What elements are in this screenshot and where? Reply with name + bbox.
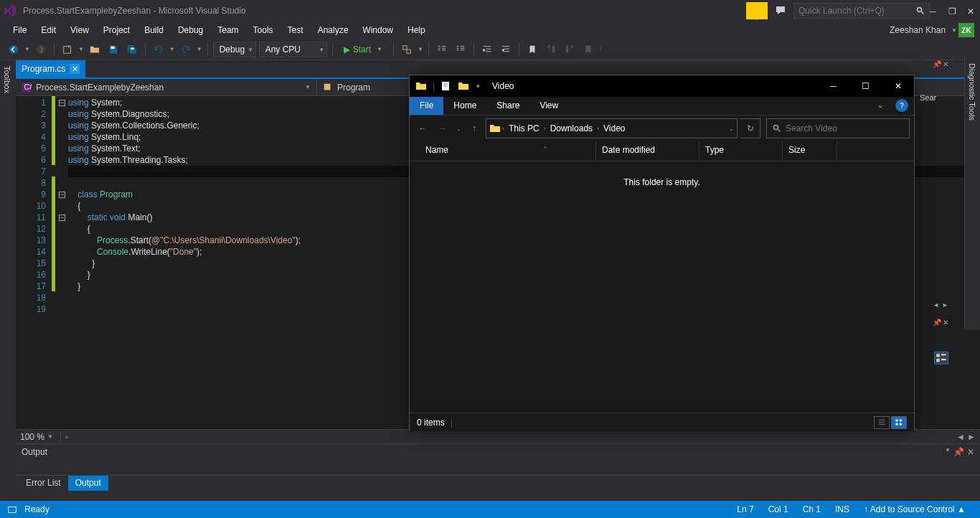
maximize-button[interactable]: ❐: [948, 6, 957, 15]
outdent-button[interactable]: [498, 42, 514, 57]
user-badge[interactable]: ZK: [958, 23, 974, 37]
undo-button[interactable]: [151, 42, 166, 57]
ribbon-tab-file[interactable]: File: [410, 97, 443, 115]
details-view-button[interactable]: [874, 416, 890, 429]
chevron-right-icon[interactable]: ›: [502, 125, 504, 132]
crumb-video[interactable]: Video: [600, 122, 628, 135]
explorer-minimize-button[interactable]: ─: [817, 75, 849, 97]
col-date[interactable]: Date modified: [596, 141, 699, 161]
configuration-dropdown[interactable]: Debug: [213, 42, 256, 57]
tab-error-list[interactable]: Error List: [19, 476, 68, 491]
undo-dropdown-icon[interactable]: ▼: [169, 46, 175, 52]
user-dropdown-icon[interactable]: ▼: [951, 27, 957, 34]
properties-icon[interactable]: [440, 80, 452, 92]
back-dropdown-icon[interactable]: ▼: [24, 46, 30, 52]
menu-tools[interactable]: Tools: [246, 23, 281, 37]
panel-pin-icon[interactable]: 📌: [953, 447, 964, 457]
menu-view[interactable]: View: [63, 23, 96, 37]
save-button[interactable]: [105, 42, 121, 57]
scroll-right-icon[interactable]: ►: [942, 301, 948, 309]
toolbar-overflow-icon[interactable]: ⸽: [599, 46, 602, 52]
ribbon-tab-view[interactable]: View: [529, 97, 568, 115]
right-panel2-pin-icon[interactable]: 📌: [933, 319, 941, 326]
col-name[interactable]: Name^: [420, 141, 596, 161]
menu-edit[interactable]: Edit: [34, 23, 63, 37]
source-control-button[interactable]: ↑ Add to Source Control ▲: [857, 504, 973, 514]
user-name[interactable]: Zeeshan Khan: [885, 24, 950, 37]
bookmark-button[interactable]: [524, 42, 540, 57]
feedback-icon[interactable]: [775, 5, 786, 17]
refresh-button[interactable]: ↻: [740, 118, 760, 138]
menu-analyze[interactable]: Analyze: [311, 23, 356, 37]
col-type[interactable]: Type: [699, 141, 783, 161]
col-size[interactable]: Size: [783, 141, 837, 161]
next-bookmark-button[interactable]: [562, 42, 578, 57]
notification-flag-icon[interactable]: [746, 2, 768, 19]
nav-history-dropdown-icon[interactable]: ⌄: [454, 120, 463, 137]
panel-dropdown-icon[interactable]: ▼: [945, 447, 951, 457]
menu-window[interactable]: Window: [355, 23, 400, 37]
properties-button[interactable]: [934, 352, 948, 364]
crumb-downloads[interactable]: Downloads: [547, 122, 595, 135]
right-panel-close-icon[interactable]: ✕: [943, 60, 948, 68]
horizontal-scrollbar[interactable]: ◄ ►: [956, 432, 976, 442]
browser-link-button[interactable]: [399, 42, 415, 57]
menu-build[interactable]: Build: [137, 23, 171, 37]
nav-forward-button[interactable]: [33, 42, 49, 57]
explorer-titlebar[interactable]: | ▼ Video ─ ☐ ✕: [410, 75, 914, 97]
redo-dropdown-icon[interactable]: ▼: [197, 46, 202, 52]
chevron-right-icon[interactable]: ›: [597, 125, 599, 132]
tab-output[interactable]: Output: [68, 476, 108, 491]
ribbon-expand-icon[interactable]: ⌄: [871, 97, 890, 115]
open-file-button[interactable]: [87, 42, 103, 57]
address-dropdown-icon[interactable]: ⌄: [729, 126, 734, 132]
crumb-this-pc[interactable]: This PC: [506, 122, 542, 135]
save-all-button[interactable]: [124, 42, 140, 57]
uncomment-button[interactable]: [453, 42, 468, 57]
explorer-maximize-button[interactable]: ☐: [849, 75, 882, 97]
menu-project[interactable]: Project: [96, 23, 137, 37]
diagnostic-tools-tab[interactable]: Diagnostic Tools: [965, 60, 979, 330]
file-list[interactable]: This folder is empty.: [410, 161, 914, 413]
redo-button[interactable]: [178, 42, 194, 57]
project-dropdown[interactable]: C# Process.StartExamplebyZeeshan ▼: [16, 79, 317, 95]
explorer-search[interactable]: [766, 118, 910, 138]
fold-gutter[interactable]: −−−: [55, 96, 68, 429]
zoom-dropdown-icon[interactable]: ▼: [47, 433, 53, 440]
large-icons-view-button[interactable]: [891, 416, 907, 429]
menu-team[interactable]: Team: [210, 23, 245, 37]
minimize-button[interactable]: ─: [930, 6, 938, 15]
menu-file[interactable]: File: [6, 23, 34, 37]
menu-debug[interactable]: Debug: [171, 23, 210, 37]
address-bar[interactable]: › This PC › Downloads › Video ⌄: [486, 118, 738, 138]
chevron-right-icon[interactable]: ›: [544, 125, 546, 132]
start-debug-button[interactable]: ▶Start▼: [338, 43, 388, 56]
explorer-close-button[interactable]: ✕: [882, 75, 914, 97]
prev-bookmark-button[interactable]: [543, 42, 559, 57]
platform-dropdown[interactable]: Any CPU: [259, 42, 327, 57]
help-icon[interactable]: ?: [895, 99, 908, 112]
explorer-search-input[interactable]: [786, 123, 903, 133]
nav-forward-button[interactable]: →: [434, 120, 451, 137]
indent-button[interactable]: [479, 42, 495, 57]
menu-help[interactable]: Help: [400, 23, 433, 37]
comment-button[interactable]: [434, 42, 450, 57]
tab-program-cs[interactable]: Program.cs ✕: [16, 60, 85, 77]
panel-close-icon[interactable]: ✕: [967, 447, 974, 457]
new-dropdown-icon[interactable]: ▼: [78, 46, 84, 52]
ribbon-tab-share[interactable]: Share: [486, 97, 529, 115]
browser-link-dropdown-icon[interactable]: ▼: [418, 46, 423, 52]
tab-close-icon[interactable]: ✕: [70, 64, 80, 74]
zoom-level[interactable]: 100 %: [20, 432, 44, 442]
scroll-left-icon[interactable]: ◄: [933, 301, 939, 309]
qat-dropdown-icon[interactable]: ▼: [475, 83, 481, 90]
menu-test[interactable]: Test: [281, 23, 311, 37]
nav-up-button[interactable]: ↑: [466, 120, 483, 137]
nav-back-button[interactable]: ←: [414, 120, 431, 137]
ribbon-tab-home[interactable]: Home: [443, 97, 486, 115]
new-folder-icon[interactable]: [458, 80, 469, 92]
right-panel-pin-icon[interactable]: 📌: [933, 60, 941, 68]
nav-back-button[interactable]: [6, 42, 22, 57]
right-panel2-close-icon[interactable]: ✕: [943, 319, 948, 326]
new-project-button[interactable]: [60, 42, 75, 57]
